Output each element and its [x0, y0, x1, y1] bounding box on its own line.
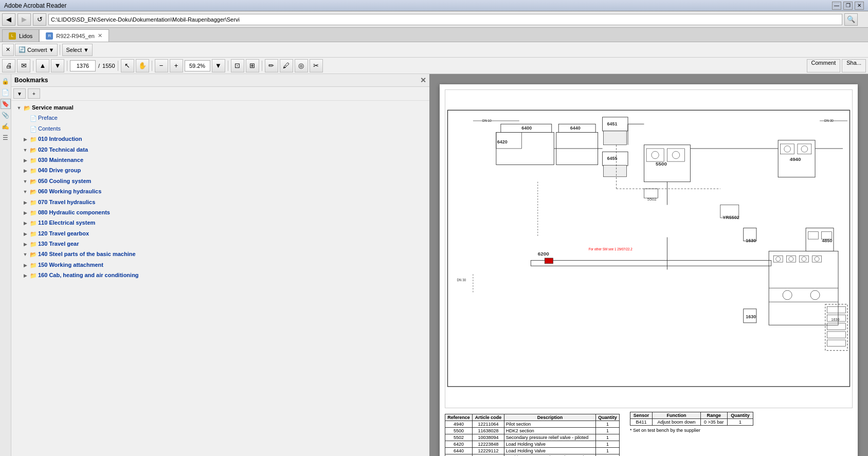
fit-page-button[interactable]: ⊡ — [231, 59, 244, 72]
tab-lidos[interactable]: L Lidos — [2, 29, 39, 42]
svg-text:DN 10: DN 10 — [482, 119, 492, 122]
nav-sep-1 — [33, 61, 33, 71]
folder-160: 📁 — [30, 272, 37, 280]
minimize-button[interactable]: — — [832, 2, 841, 10]
parts-col-quantity: Quantity — [596, 414, 620, 421]
sensor-col-range: Range — [700, 412, 727, 419]
stamp-button[interactable]: ◎ — [295, 59, 308, 72]
convert-button[interactable]: 🔄 Convert ▼ — [15, 44, 58, 56]
bookmark-label-preface: Preface — [38, 114, 427, 122]
svg-text:4940: 4940 — [790, 156, 801, 162]
back-button[interactable]: ◀ — [2, 13, 15, 26]
bookmark-item-020[interactable]: ▼ 📂 020 Technical data — [11, 145, 429, 155]
icon-bookmarks[interactable]: 🔖 — [1, 99, 11, 109]
hand-tool-button[interactable]: ✋ — [136, 59, 149, 72]
bookmark-item-150[interactable]: ▶ 📁 150 Working attachment — [11, 260, 429, 270]
parts-col-description: Description — [504, 414, 595, 421]
bookmark-item-070[interactable]: ▶ 📁 070 Travel hydraulics — [11, 197, 429, 208]
expand-080: ▶ — [22, 210, 29, 216]
page-input[interactable] — [70, 60, 96, 71]
expand-040: ▶ — [22, 168, 29, 174]
close-toolbar-button[interactable]: ✕ — [2, 44, 14, 56]
folder-120: 📁 — [30, 230, 37, 238]
bookmark-item-160[interactable]: ▶ 📁 160 Cab, heating and air conditionin… — [11, 270, 429, 281]
icon-pages[interactable]: 📄 — [1, 87, 11, 98]
svg-text:6455: 6455 — [607, 156, 618, 161]
select-button[interactable]: Select ▼ — [62, 44, 92, 56]
tab-close-button[interactable]: ✕ — [98, 32, 102, 39]
zoom-dropdown-button[interactable]: ▼ — [212, 59, 225, 72]
tab-r922[interactable]: R R922-R945_en ✕ — [39, 29, 109, 42]
fit-width-button[interactable]: ⊞ — [246, 59, 259, 72]
parts-table-container: Reference Article code Description Quant… — [445, 412, 620, 456]
tab-lidos-icon: L — [9, 32, 16, 40]
nav-print-button[interactable]: 🖨 — [2, 59, 15, 72]
icon-attachments[interactable]: 📎 — [1, 110, 11, 120]
bookmark-item-service-manual[interactable]: ▼ 📂 Service manual — [11, 103, 429, 113]
zoom-input[interactable] — [185, 60, 210, 71]
address-input[interactable] — [48, 14, 842, 25]
bookmark-panel-close[interactable]: ✕ — [420, 76, 426, 84]
icon-signatures[interactable]: ✍ — [1, 121, 11, 132]
expand-service-manual: ▼ — [15, 105, 23, 112]
expand-160: ▶ — [22, 272, 29, 279]
bookmark-item-110[interactable]: ▶ 📁 110 Electrical system — [11, 218, 429, 228]
svg-text:DN 30: DN 30 — [457, 278, 466, 282]
address-bar: ◀ ▶ ↺ 🔍 — [0, 11, 868, 28]
svg-rect-52 — [545, 258, 553, 264]
bookmark-add-button[interactable]: + — [28, 88, 40, 99]
cursor-tool-button[interactable]: ↖ — [121, 59, 134, 72]
content-area[interactable]: DN 10 6400 6440 6420 6451 DN 30 — [429, 74, 868, 456]
svg-text:1630: 1630 — [831, 317, 840, 322]
bookmark-label-020: 020 Technical data — [38, 146, 427, 154]
svg-text:6440: 6440 — [570, 125, 581, 131]
bookmark-item-010[interactable]: ▶ 📁 010 Introduction — [11, 134, 429, 144]
bookmark-options-button[interactable]: ▼ — [13, 88, 26, 99]
next-page-button[interactable]: ▼ — [51, 59, 64, 72]
sensor-table-container: Sensor Function Range Quantity B411Adjus… — [630, 412, 753, 456]
bookmark-item-040[interactable]: ▶ 📁 040 Drive group — [11, 166, 429, 176]
zoom-out-button[interactable]: − — [155, 59, 168, 72]
bookmark-item-140[interactable]: ▼ 📂 140 Steel parts of the basic machine — [11, 249, 429, 260]
folder-010: 📁 — [30, 136, 37, 143]
close-window-button[interactable]: ✕ — [855, 2, 864, 10]
comment-button[interactable]: Comment — [807, 59, 841, 72]
highlight-button[interactable]: 🖊 — [280, 59, 293, 72]
bookmark-item-130[interactable]: ▶ 📁 130 Travel gear — [11, 239, 429, 249]
expand-070: ▶ — [22, 199, 29, 206]
title-bar-controls: — ❐ ✕ — [832, 2, 864, 10]
refresh-button[interactable]: ↺ — [33, 13, 46, 26]
search-address-button[interactable]: 🔍 — [844, 13, 858, 26]
bookmark-label-contents: Contents — [38, 125, 427, 133]
convert-icon: 🔄 — [19, 46, 26, 53]
bookmark-label-050: 050 Cooling system — [38, 177, 427, 185]
bookmark-label-110: 110 Electrical system — [38, 219, 427, 227]
bookmark-item-030[interactable]: ▶ 📁 030 Maintenance — [11, 155, 429, 166]
bookmark-item-050[interactable]: ▼ 📂 050 Cooling system — [11, 176, 429, 187]
forward-button[interactable]: ▶ — [17, 13, 31, 26]
bookmark-item-contents[interactable]: 📄 Contents — [11, 124, 429, 134]
bookmark-item-060[interactable]: ▼ 📂 060 Working hydraulics — [11, 187, 429, 197]
snapshot-button[interactable]: ✂ — [310, 59, 323, 72]
zoom-in-button[interactable]: + — [170, 59, 183, 72]
icon-layers[interactable]: ☰ — [1, 133, 11, 143]
left-icon-strip: 🔒 📄 🔖 📎 ✍ ☰ — [0, 74, 11, 456]
prev-page-button[interactable]: ▲ — [36, 59, 49, 72]
table-row: B411Adjust boom down0 >35 bar1 — [630, 419, 753, 426]
bookmark-item-preface[interactable]: 📄 Preface — [11, 113, 429, 123]
svg-text:YR5502: YR5502 — [722, 215, 739, 220]
maximize-button[interactable]: ❐ — [843, 2, 853, 10]
nav-email-button[interactable]: ✉ — [17, 59, 30, 72]
expand-050: ▼ — [22, 178, 29, 185]
hydraulic-diagram: DN 10 6400 6440 6420 6451 DN 30 — [445, 89, 853, 408]
bookmark-item-120[interactable]: ▶ 📁 120 Travel gearbox — [11, 229, 429, 239]
icon-lock[interactable]: 🔒 — [1, 76, 11, 86]
folder-contents: 📄 — [30, 125, 37, 133]
table-row: 550210038094Secondary pressure relief va… — [445, 434, 620, 441]
share-button[interactable]: Sha... — [842, 59, 866, 72]
bookmark-panel-title: Bookmarks — [14, 77, 48, 84]
edit-button[interactable]: ✏ — [265, 59, 278, 72]
bookmark-item-080[interactable]: ▶ 📁 080 Hydraulic components — [11, 208, 429, 218]
svg-text:6420: 6420 — [497, 139, 508, 144]
svg-text:5500: 5500 — [656, 161, 667, 167]
